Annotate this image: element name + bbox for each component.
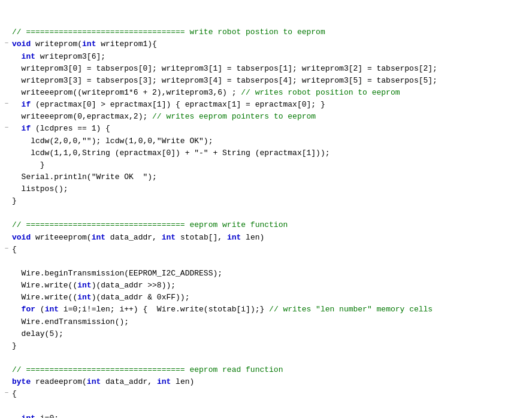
code-text: writeprom3[0] = tabserpos[0]; writeprom3… — [12, 63, 530, 75]
collapse-button[interactable]: − — [2, 38, 11, 49]
token-type: int — [45, 305, 59, 314]
collapse-button[interactable]: − — [2, 99, 11, 109]
token-type: int — [82, 40, 96, 49]
token-comment: // ================================== ee… — [12, 220, 288, 229]
token-plain: listpos(); — [22, 184, 68, 193]
code-text: } — [12, 159, 530, 171]
token-plain: Wire.write(( — [22, 281, 78, 290]
token-plain: writeprom3[3] = tabserpos[3]; writeprom3… — [22, 76, 437, 85]
code-line: lcdw(1,1,0,String (epractmax[0]) + "-" +… — [0, 147, 532, 159]
code-text: Wire.beginTransmission(EEPROM_I2C_ADDRES… — [12, 268, 530, 280]
code-line — [0, 400, 532, 412]
code-text: byte readeeprom(int data_addr, int len) — [12, 376, 530, 388]
token-plain: i=0;i!=len; i++) { Wire.write(stotab[i])… — [59, 305, 264, 314]
token-plain: writeprom3[6]; — [35, 52, 105, 61]
code-line: for (int i=0;i!=len; i++) { Wire.write(s… — [0, 304, 532, 316]
token-plain: writeeeprom((writeprom1*6 + 2),writeprom… — [22, 88, 241, 97]
token-type: int — [22, 414, 35, 419]
token-plain: delay(5); — [22, 329, 64, 338]
code-line: void writeeeprom(int data_addr, int stot… — [0, 232, 532, 244]
code-line: writeprom3[3] = tabserpos[3]; writeprom3… — [0, 75, 532, 87]
token-type: void — [12, 233, 31, 242]
code-line: Wire.endTransmission(); — [0, 316, 532, 328]
token-type: int — [22, 52, 35, 61]
code-line — [0, 352, 532, 364]
token-comment: // writes eeprom pointers to eeprom — [152, 112, 316, 121]
code-line: − if (epractmax[0] > epractmax[1]) { epr… — [0, 99, 532, 111]
code-text — [12, 400, 530, 412]
token-plain: ( — [35, 305, 45, 314]
code-text: } — [12, 195, 530, 207]
token-plain: } — [31, 160, 44, 169]
code-text: if (lcdpres == 1) { — [12, 123, 530, 135]
token-plain: writeprom( — [31, 40, 82, 49]
code-line: −{ — [0, 388, 532, 400]
code-line: writeeeprom(0,epractmax,2); // writes ee… — [0, 111, 532, 123]
code-line: // ================================== ee… — [0, 219, 532, 231]
token-type: int — [87, 377, 101, 386]
code-text: void writeeeprom(int data_addr, int stot… — [12, 232, 530, 244]
collapse-button[interactable]: − — [2, 388, 11, 398]
collapse-button[interactable]: − — [2, 244, 11, 254]
token-plain: { — [12, 245, 17, 254]
code-text: if (epractmax[0] > epractmax[1]) { eprac… — [12, 99, 530, 111]
code-text: int i=0; — [12, 413, 530, 419]
code-line: −void writeprom(int writeprom1){ — [0, 38, 532, 50]
code-text: lcdw(2,0,0,""); lcdw(1,0,0,"Write OK"); — [12, 135, 530, 147]
code-line: // ================================== ee… — [0, 364, 532, 376]
token-comment: // writes "len number" memory cells — [264, 305, 433, 314]
code-line — [0, 256, 532, 268]
code-line: int i=0; — [0, 413, 532, 419]
code-text: } — [12, 340, 530, 352]
token-comment: // ================================== ee… — [12, 365, 283, 374]
code-text: listpos(); — [12, 183, 530, 195]
token-plain: (epractmax[0] > epractmax[1]) { epractma… — [31, 100, 325, 109]
token-type: int — [162, 233, 176, 242]
code-line: } — [0, 159, 532, 171]
code-line: writeeeprom((writeprom1*6 + 2),writeprom… — [0, 87, 532, 99]
code-text: Wire.write((int)(data_addr >>8)); — [12, 280, 530, 292]
code-line: int writeprom3[6]; — [0, 51, 532, 63]
token-plain: Wire.endTransmission(); — [22, 317, 129, 326]
code-text: void writeprom(int writeprom1){ — [12, 38, 530, 50]
token-plain: )(data_addr & 0xFF)); — [92, 293, 190, 302]
code-text: int writeprom3[6]; — [12, 51, 530, 63]
token-type: int — [77, 281, 91, 290]
token-plain: } — [12, 196, 17, 205]
token-type: int — [77, 293, 91, 302]
token-plain: len) — [241, 233, 264, 242]
token-plain: len) — [171, 377, 194, 386]
code-line: Wire.beginTransmission(EEPROM_I2C_ADDRES… — [0, 268, 532, 280]
code-line: } — [0, 195, 532, 207]
token-comment: // ================================== wr… — [12, 28, 325, 37]
token-plain: writeeeprom(0,epractmax,2); — [22, 112, 152, 121]
token-plain: writeeeprom( — [31, 233, 91, 242]
token-plain: (lcdpres == 1) { — [31, 124, 110, 133]
code-line: lcdw(2,0,0,""); lcdw(1,0,0,"Write OK"); — [0, 135, 532, 147]
code-text: delay(5); — [12, 328, 530, 340]
code-text: { — [12, 244, 530, 256]
code-line: Wire.write((int)(data_addr >>8)); — [0, 280, 532, 292]
token-plain: stotab[], — [176, 233, 227, 242]
token-comment: // writes robot position to eeprom — [241, 88, 400, 97]
token-plain: readeeprom( — [31, 377, 87, 386]
code-text: lcdw(1,1,0,String (epractmax[0]) + "-" +… — [12, 147, 530, 159]
token-plain: Wire.write(( — [22, 293, 78, 302]
code-text: for (int i=0;i!=len; i++) { Wire.write(s… — [12, 304, 530, 316]
code-line: − if (lcdpres == 1) { — [0, 123, 532, 135]
code-line: // ================================== wr… — [0, 26, 532, 38]
code-line: listpos(); — [0, 183, 532, 195]
token-plain: )(data_addr >>8)); — [92, 281, 176, 290]
token-plain: { — [12, 389, 17, 398]
token-type: void — [12, 40, 31, 49]
code-line: byte readeeprom(int data_addr, int len) — [0, 376, 532, 388]
token-plain: Serial.println("Write OK "); — [22, 172, 157, 181]
collapse-button[interactable]: − — [2, 123, 11, 133]
code-editor: // ================================== wr… — [0, 0, 532, 418]
token-type: int — [92, 233, 105, 242]
code-text: writeeeprom((writeprom1*6 + 2),writeprom… — [12, 87, 530, 99]
code-line: writeprom3[0] = tabserpos[0]; writeprom3… — [0, 63, 532, 75]
code-line: Serial.println("Write OK "); — [0, 171, 532, 183]
code-line: Wire.write((int)(data_addr & 0xFF)); — [0, 292, 532, 304]
token-type: int — [227, 233, 241, 242]
